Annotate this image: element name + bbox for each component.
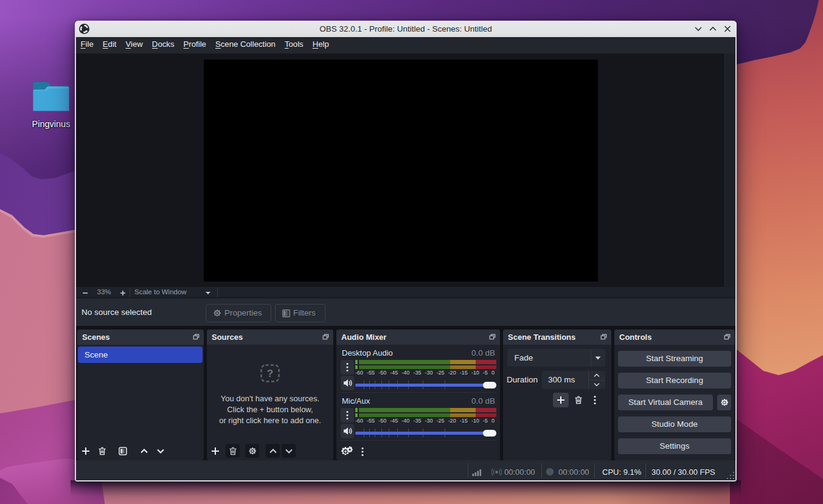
svg-text:?: ? (267, 368, 273, 379)
